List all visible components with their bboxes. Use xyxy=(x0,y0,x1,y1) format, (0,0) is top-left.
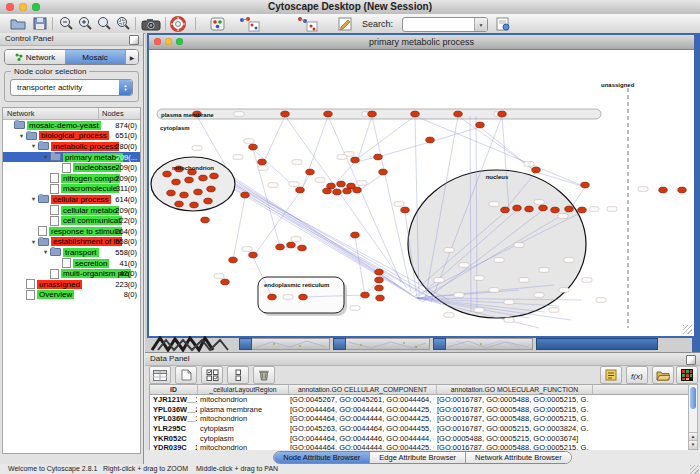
tree-row[interactable]: ▼primary metabo209(... xyxy=(3,152,140,163)
graph-node[interactable] xyxy=(199,175,208,181)
tree-row[interactable]: Overview8(0) xyxy=(3,290,140,301)
graph-node[interactable] xyxy=(578,207,587,213)
tab-mosaic[interactable]: Mosaic xyxy=(65,50,125,64)
graph-node[interactable] xyxy=(268,294,277,300)
layout-icon-1[interactable] xyxy=(236,15,262,32)
tree-row[interactable]: ▼biological_process651(0) xyxy=(3,131,140,142)
float-panel-icon[interactable] xyxy=(129,35,139,45)
tree-row[interactable]: ▼cellular process614(0) xyxy=(3,194,140,205)
new-attribute-icon[interactable] xyxy=(175,366,197,384)
tab-node-attribute-browser[interactable]: Node Attribute Browser xyxy=(274,452,370,463)
graph-node[interactable] xyxy=(276,244,285,250)
tree-row[interactable]: multi-organism pro42(0) xyxy=(3,268,140,279)
annotation-icon[interactable] xyxy=(336,15,355,32)
scroll-down-arrow[interactable]: ▼ xyxy=(689,440,697,449)
graph-node[interactable] xyxy=(296,187,305,193)
tree-row[interactable]: unassigned223(0) xyxy=(3,279,140,290)
expand-triangle-icon[interactable]: ▼ xyxy=(41,154,50,160)
tabs-overflow-button[interactable]: ▶ xyxy=(125,50,138,64)
heatmap-icon[interactable] xyxy=(676,366,698,384)
table-row[interactable]: YJR121W__1mitochondrion[GO:0045267, GO:0… xyxy=(150,395,689,405)
table-row[interactable]: YKR052Ccytoplasm[GO:0044464, GO:0044446,… xyxy=(150,433,689,443)
graph-node[interactable] xyxy=(281,111,290,117)
graph-node[interactable] xyxy=(539,205,548,211)
tree-row[interactable]: cellular metabo209(0) xyxy=(3,205,140,216)
configure-search-icon[interactable] xyxy=(494,15,513,32)
graph-node[interactable] xyxy=(172,179,181,185)
graph-node[interactable] xyxy=(249,144,258,150)
tree-row[interactable]: nitrogen compo209(0) xyxy=(3,173,140,184)
graph-node[interactable] xyxy=(333,189,342,195)
canvas-resize-grip[interactable] xyxy=(683,325,692,334)
delete-attribute-trash-icon[interactable] xyxy=(253,366,275,384)
expand-triangle-icon[interactable]: ▼ xyxy=(29,143,38,149)
select-all-attributes-icon[interactable] xyxy=(201,366,223,384)
tab-edge-attribute-browser[interactable]: Edge Attribute Browser xyxy=(370,452,466,463)
graph-node[interactable] xyxy=(190,202,199,208)
graph-node[interactable] xyxy=(532,167,541,173)
graph-node[interactable] xyxy=(343,188,352,194)
graph-node[interactable] xyxy=(306,169,315,175)
table-scrollbar[interactable]: ▲ ▼ xyxy=(688,384,698,450)
window-resize-grip[interactable] xyxy=(690,465,699,474)
graph-node[interactable] xyxy=(375,277,384,283)
open-file-icon[interactable] xyxy=(8,15,27,32)
search-input[interactable] xyxy=(403,18,474,31)
graph-node[interactable] xyxy=(351,157,360,163)
minimized-window-1[interactable] xyxy=(239,338,330,350)
expand-triangle-icon[interactable]: ▼ xyxy=(41,249,50,255)
graph-node[interactable] xyxy=(501,207,510,213)
close-window-button[interactable] xyxy=(6,3,14,11)
graph-node[interactable] xyxy=(376,295,385,301)
zoom-fit-icon[interactable] xyxy=(94,15,113,32)
function-builder-icon[interactable]: f(x) xyxy=(626,366,648,384)
graph-node[interactable] xyxy=(401,207,410,213)
graph-node[interactable] xyxy=(241,192,250,198)
network-minimize-button[interactable] xyxy=(165,38,172,45)
graph-node[interactable] xyxy=(258,159,267,165)
graph-node[interactable] xyxy=(207,186,216,192)
float-data-panel-icon[interactable] xyxy=(686,355,696,365)
graph-node[interactable] xyxy=(249,252,258,258)
snapshot-camera-icon[interactable] xyxy=(139,15,163,32)
col-cellular-layout-region[interactable]: _cellularLayoutRegion xyxy=(198,385,289,394)
minimized-window-2[interactable] xyxy=(333,338,430,350)
graph-node[interactable] xyxy=(374,154,383,160)
graph-node[interactable] xyxy=(337,181,346,187)
graph-node[interactable] xyxy=(201,217,210,223)
table-row[interactable]: YPL036W__2plasma membrane[GO:0044464, GO… xyxy=(150,405,689,415)
plasma-membrane-region[interactable] xyxy=(157,109,601,119)
graph-node[interactable] xyxy=(551,207,560,213)
graph-node[interactable] xyxy=(204,198,213,204)
scrollbar-thumb[interactable] xyxy=(690,387,696,409)
minimize-window-button[interactable] xyxy=(19,3,27,11)
graph-node[interactable] xyxy=(194,189,203,195)
network-close-button[interactable] xyxy=(154,38,161,45)
graph-node[interactable] xyxy=(678,187,687,193)
save-session-icon[interactable] xyxy=(30,15,49,32)
col-go-molecular-function[interactable]: annotation.GO MOLECULAR_FUNCTION xyxy=(437,385,593,394)
tree-row[interactable]: nucleobase-209(0) xyxy=(3,162,140,173)
tree-row[interactable]: cell communicat22(0) xyxy=(3,215,140,226)
graph-node[interactable] xyxy=(175,201,184,207)
expand-triangle-icon[interactable]: ▼ xyxy=(29,239,38,245)
graph-node[interactable] xyxy=(163,171,172,177)
col-go-cellular-component[interactable]: annotation.GO CELLULAR_COMPONENT xyxy=(289,385,437,394)
tree-row[interactable]: ▼transport558(0) xyxy=(3,247,140,258)
tree-row[interactable]: mosaic-demo-yeast874(0) xyxy=(3,120,140,131)
expand-triangle-icon[interactable]: ▼ xyxy=(17,133,26,139)
graph-node[interactable] xyxy=(454,111,463,117)
attribute-list-icon[interactable] xyxy=(600,366,622,384)
graph-node[interactable] xyxy=(185,177,194,183)
graph-node[interactable] xyxy=(379,169,388,175)
graph-node[interactable] xyxy=(229,257,238,263)
graph-node[interactable] xyxy=(581,182,590,188)
graph-node[interactable] xyxy=(299,294,308,300)
graph-node[interactable] xyxy=(353,187,362,193)
graph-node[interactable] xyxy=(659,187,668,193)
search-box[interactable]: ▼ xyxy=(402,17,488,32)
graph-node[interactable] xyxy=(210,173,219,179)
tree-row[interactable]: secretion41(0) xyxy=(3,258,140,269)
table-row[interactable]: YPL036W__1mitochondrion[GO:0044464, GO:0… xyxy=(150,414,689,424)
table-row[interactable]: YLR295Ccytoplasm[GO:0045263, GO:0044464,… xyxy=(150,424,689,434)
